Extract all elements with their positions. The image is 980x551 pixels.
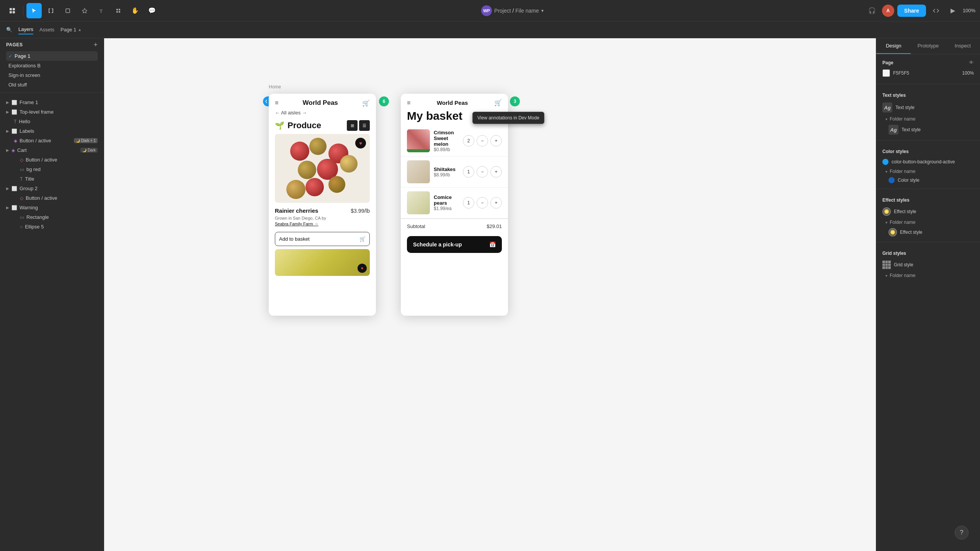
- qty-decrease-1[interactable]: −: [477, 135, 488, 147]
- favorite-button[interactable]: ♥: [355, 138, 366, 148]
- layers-tab[interactable]: Layers: [18, 25, 33, 34]
- folder-item-effect-1[interactable]: ▾ Folder name: [882, 218, 974, 227]
- hamburger-icon[interactable]: ≡: [275, 99, 278, 106]
- zoom-level[interactable]: 100%: [963, 8, 975, 13]
- layer-item-cart[interactable]: ▶ ◈ Cart 🌙 Dark: [0, 145, 104, 155]
- page-color-swatch[interactable]: [882, 69, 890, 77]
- layer-item-button-diamond-1[interactable]: ◇ Button / active: [0, 155, 104, 165]
- secondbar: 🔍 Layers Assets Page 1 ▲: [0, 21, 980, 38]
- folder-item-grid-1[interactable]: ▾ Folder name: [882, 271, 974, 280]
- help-button[interactable]: ?: [955, 526, 969, 540]
- pear-favorite-button[interactable]: ♥: [358, 264, 367, 273]
- eye-icon[interactable]: 👁: [969, 60, 974, 65]
- tab-design[interactable]: Design: [876, 38, 911, 54]
- cart-icon-2[interactable]: 🛒: [494, 99, 502, 106]
- color-style-label-1: color-button-background-active: [892, 159, 955, 165]
- folder-item-text-1[interactable]: ▾ Folder name: [882, 115, 974, 123]
- basket-item-3: Comice pears $1.99/ea 1 − +: [401, 187, 508, 218]
- effect-style-item-2[interactable]: Effect style: [882, 227, 974, 238]
- basket-item-2-price: $8.99/lb: [434, 172, 459, 178]
- color-dot-blue-dark: [889, 177, 895, 183]
- tab-inspect[interactable]: Inspect: [946, 38, 980, 54]
- canvas[interactable]: Home 6 6 3 ≡ World Peas 🛒 ← All aisles →: [104, 38, 876, 551]
- text-style-label-1: Text style: [895, 105, 915, 110]
- search-icon[interactable]: 🔍: [6, 27, 12, 33]
- project-breadcrumb[interactable]: Project / File name: [494, 8, 539, 14]
- qty-decrease-3[interactable]: −: [477, 197, 488, 209]
- text-style-item-1[interactable]: Ag Text style: [882, 101, 974, 114]
- layer-item-labels[interactable]: ▶ ⬜ Labels: [0, 126, 104, 136]
- qty-increase-1[interactable]: +: [490, 135, 502, 147]
- page-item-oldstuff[interactable]: Old stuff: [6, 80, 98, 90]
- effect-style-item-1[interactable]: Effect style: [882, 206, 974, 217]
- basket-item-1-info: Crimson Sweet melon $0.89/lb: [434, 130, 459, 152]
- grid-view-button[interactable]: ⊞: [347, 120, 358, 131]
- hamburger-icon-2[interactable]: ≡: [407, 99, 410, 106]
- devmode-icon[interactable]: [929, 4, 943, 18]
- qty-increase-3[interactable]: +: [490, 197, 502, 209]
- component-tool-button[interactable]: [111, 3, 126, 18]
- folder-label-effect-1: Folder name: [890, 220, 915, 225]
- comment-tool-button[interactable]: 💬: [144, 3, 160, 18]
- layer-item-hello[interactable]: T Hello: [0, 117, 104, 126]
- layer-item-toplevel[interactable]: ▶ ⬜ Top-level frame: [0, 107, 104, 117]
- text-style-label-2: Text style: [902, 127, 921, 132]
- move-tool-button[interactable]: [26, 3, 42, 18]
- basket-icon: 🛒: [359, 236, 366, 242]
- text-style-ag-icon: Ag: [882, 103, 892, 112]
- headphone-icon[interactable]: 🎧: [865, 4, 879, 18]
- layer-item-frame1[interactable]: ▶ ⬜ Frame 1: [0, 98, 104, 107]
- page-color-value: F5F5F5: [893, 70, 959, 76]
- shape-tool-button[interactable]: [60, 3, 75, 18]
- main-menu-button[interactable]: [5, 3, 20, 18]
- color-style-item-2[interactable]: Color style: [882, 176, 974, 185]
- add-to-basket-button[interactable]: Add to basket 🛒: [275, 232, 370, 246]
- page-item-page1[interactable]: ✓ Page 1: [6, 51, 98, 61]
- component-icon: ◈: [11, 148, 15, 153]
- layer-item-bg-red[interactable]: ▭ bg red: [0, 165, 104, 174]
- layer-item-rectangle[interactable]: ▭ Rectangle: [0, 212, 104, 222]
- svg-text:T: T: [100, 8, 103, 14]
- phone1-breadcrumb[interactable]: ← All aisles →: [269, 110, 376, 119]
- layer-item-ellipse5[interactable]: ○ Ellipse 5: [0, 222, 104, 231]
- annotation-badge-1[interactable]: 6: [379, 96, 389, 106]
- share-button[interactable]: Share: [897, 5, 926, 17]
- farm-link[interactable]: Seabra Family Farm →: [275, 222, 318, 226]
- page-item-label: Old stuff: [8, 82, 27, 88]
- add-page-button[interactable]: +: [93, 41, 98, 48]
- layer-item-warning[interactable]: ▶ ⬜ Warning: [0, 203, 104, 212]
- text-tool-button[interactable]: T: [94, 3, 109, 18]
- phone1-title: World Peas: [303, 99, 338, 107]
- annotation-badge-2[interactable]: 3: [510, 96, 520, 106]
- schedule-pickup-button[interactable]: Schedule a pick-up 📅: [407, 236, 502, 253]
- folder-item-color-1[interactable]: ▾ Folder name: [882, 167, 974, 176]
- product-info: Rainier cherries $3.99/lb Grown in San D…: [269, 206, 376, 229]
- hand-tool-button[interactable]: ✋: [127, 3, 143, 18]
- layer-item-group2[interactable]: ▶ ⬜ Group 2: [0, 184, 104, 193]
- schedule-btn-label: Schedule a pick-up: [413, 241, 462, 248]
- cart-icon[interactable]: 🛒: [362, 99, 370, 107]
- divider-4: [876, 242, 980, 242]
- color-style-item-1[interactable]: color-button-background-active: [882, 157, 974, 166]
- page-selector[interactable]: Page 1 ▲: [60, 27, 82, 33]
- list-view-button[interactable]: ☰: [359, 120, 370, 131]
- page-item-signin[interactable]: Sign-in screen: [6, 70, 98, 80]
- qty-increase-2[interactable]: +: [490, 166, 502, 178]
- effect-styles-title: Effect styles: [882, 197, 974, 203]
- pen-tool-button[interactable]: [77, 3, 92, 18]
- page-item-explorations[interactable]: Explorations B: [6, 61, 98, 70]
- chevron-down-icon[interactable]: ▾: [541, 8, 544, 13]
- qty-decrease-2[interactable]: −: [477, 166, 488, 178]
- tab-prototype[interactable]: Prototype: [911, 38, 945, 54]
- play-icon[interactable]: ▶: [946, 4, 960, 18]
- layer-name: Top-level frame: [20, 109, 98, 115]
- layer-item-button-active-1[interactable]: ◈ Button / active 🌙 Dark + 1: [0, 136, 104, 145]
- avatar[interactable]: A: [882, 5, 894, 17]
- assets-tab[interactable]: Assets: [39, 25, 54, 34]
- text-style-item-2[interactable]: Ag Text style: [882, 123, 974, 136]
- layer-item-button-diamond-2[interactable]: ◇ Button / active: [0, 193, 104, 203]
- frame-tool-button[interactable]: [43, 3, 59, 18]
- page-item-label: Sign-in screen: [8, 72, 40, 78]
- grid-style-item-1[interactable]: Grid style: [882, 259, 974, 271]
- layer-item-title[interactable]: T Title: [0, 174, 104, 184]
